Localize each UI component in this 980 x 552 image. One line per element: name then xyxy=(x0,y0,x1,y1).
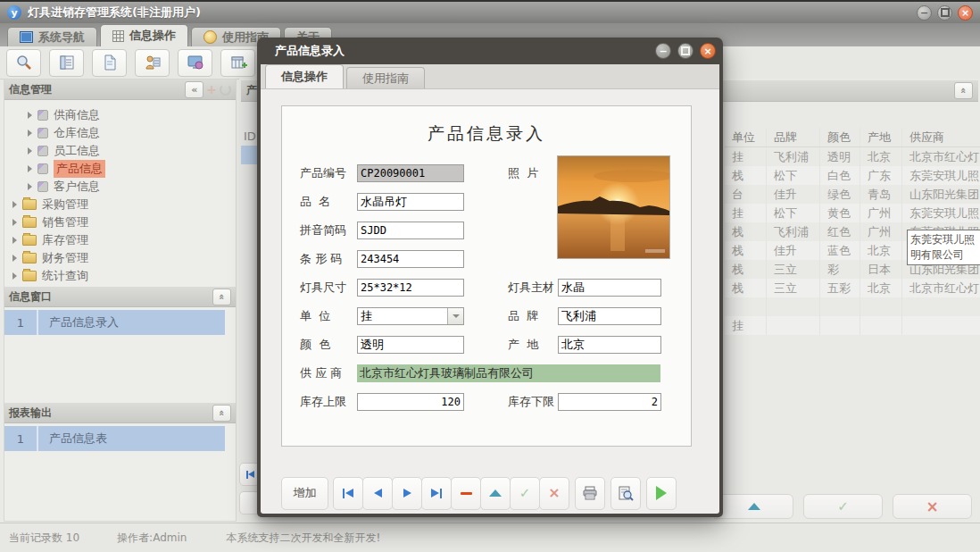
dialog-maximize-button[interactable] xyxy=(677,43,693,59)
supplier-field[interactable]: 北京市红心灯具玻璃制品有限公司 xyxy=(357,364,660,382)
tree-item-purchase-mgmt[interactable]: 采购管理 xyxy=(4,196,236,213)
expand-arrow-icon[interactable] xyxy=(12,219,17,226)
bottom-button-row: ✓ × xyxy=(714,494,972,519)
info-window-row[interactable]: 1 产品信息录入 xyxy=(4,310,225,335)
edit-record-button[interactable] xyxy=(480,477,511,510)
dialog-close-button[interactable]: × xyxy=(700,43,716,59)
report-output-panel-header: 报表输出 « xyxy=(4,403,236,423)
expand-arrow-icon[interactable] xyxy=(28,183,32,190)
maximize-button[interactable] xyxy=(937,5,952,21)
report-output-row[interactable]: 1 产品信息表 xyxy=(4,426,225,451)
tree-item-stats-query[interactable]: 统计查询 xyxy=(4,267,236,285)
size-field[interactable] xyxy=(357,279,464,297)
barcode-field[interactable] xyxy=(357,250,464,268)
table-row[interactable]: 台佳升绿色青岛山东阳光集团 xyxy=(725,185,980,204)
expand-arrow-icon[interactable] xyxy=(28,130,32,137)
table-row[interactable]: 挂松下黄色广州东莞安琪儿照 xyxy=(725,204,980,222)
dialog-minimize-button[interactable]: − xyxy=(655,43,671,59)
document-button[interactable] xyxy=(92,49,127,77)
material-field[interactable] xyxy=(558,279,661,297)
expand-arrow-icon[interactable] xyxy=(28,112,32,119)
table-row[interactable] xyxy=(725,297,980,316)
dialog-content: 产品信息录入 产品编号 照 片 xyxy=(261,89,719,514)
stock-max-label: 库存上限 xyxy=(300,394,357,410)
tree-label: 库存管理 xyxy=(42,232,88,248)
product-code-field[interactable] xyxy=(357,164,464,182)
table-add-button[interactable] xyxy=(220,49,255,77)
expand-arrow-icon[interactable] xyxy=(12,237,17,244)
tree-item-product-info[interactable]: 产品信息 xyxy=(4,160,236,178)
product-code-label: 产品编号 xyxy=(300,165,357,181)
search-button[interactable] xyxy=(6,49,41,77)
expand-arrow-icon[interactable] xyxy=(12,201,17,208)
collapse-up-button[interactable]: « xyxy=(212,405,231,422)
table-row[interactable]: 栈松下白色广东东莞安琪儿照 xyxy=(725,166,980,185)
delete-record-button[interactable] xyxy=(451,477,481,510)
confirm-button[interactable]: ✓ xyxy=(803,494,883,519)
expand-arrow-icon[interactable] xyxy=(12,272,17,280)
selected-row-highlight xyxy=(241,146,259,164)
prev-record-button[interactable] xyxy=(362,477,393,510)
close-button[interactable]: × xyxy=(958,5,973,21)
brand-field[interactable] xyxy=(558,307,661,325)
chevron-up-icon: « xyxy=(959,88,968,94)
tree-label: 采购管理 xyxy=(42,197,88,213)
tree-item-warehouse-info[interactable]: 仓库信息 xyxy=(4,124,236,142)
tab-system-nav[interactable]: 系统导航 xyxy=(7,27,97,46)
cancel-button[interactable]: × xyxy=(893,494,972,519)
tree-item-sales-mgmt[interactable]: 销售管理 xyxy=(4,213,236,231)
row-divider xyxy=(37,310,38,335)
tree-item-customer-info[interactable]: 客户信息 xyxy=(4,178,236,196)
tree-item-finance-mgmt[interactable]: 财务管理 xyxy=(4,249,236,267)
expand-arrow-icon[interactable] xyxy=(28,147,32,155)
minimize-button[interactable]: − xyxy=(917,5,932,21)
tree-item-stock-mgmt[interactable]: 库存管理 xyxy=(4,231,236,249)
confirm-record-button[interactable]: ✓ xyxy=(510,477,540,510)
tool-icon xyxy=(37,110,48,121)
staff-icon xyxy=(144,54,162,71)
sidebar: 信息管理 « + 供商信息 仓库信息 员工信息 产品信息 xyxy=(4,79,237,522)
last-record-button[interactable] xyxy=(421,477,452,510)
expand-arrow-icon[interactable] xyxy=(12,255,17,262)
add-record-button[interactable]: 增加 xyxy=(281,477,328,510)
print-preview-button[interactable] xyxy=(610,477,641,510)
product-photo[interactable] xyxy=(557,155,670,259)
dialog-tab-info-operation[interactable]: 信息操作 xyxy=(265,64,344,88)
supplier-label: 供 应 商 xyxy=(300,365,357,381)
monitor-button[interactable] xyxy=(178,49,212,77)
unit-select[interactable]: 挂 xyxy=(357,307,464,325)
id-column-header: ID xyxy=(244,130,257,143)
col-header-supplier: 供应商 xyxy=(901,128,980,146)
stock-max-field[interactable] xyxy=(357,393,464,411)
origin-field[interactable] xyxy=(558,336,661,354)
app-logo-icon: y xyxy=(7,5,21,20)
pinyin-field[interactable] xyxy=(357,222,464,239)
tree-item-employee-info[interactable]: 员工信息 xyxy=(4,142,236,160)
info-mgmt-tree: 供商信息 仓库信息 员工信息 产品信息 客户信息 采购管理 xyxy=(4,100,236,285)
list-button[interactable] xyxy=(49,49,84,77)
tab-info-operation[interactable]: 信息操作 xyxy=(100,24,188,46)
expand-arrow-icon[interactable] xyxy=(28,165,32,172)
dialog-titlebar[interactable]: 产品信息录入 − × xyxy=(261,38,719,64)
collapse-up-button[interactable]: « xyxy=(954,82,973,99)
stock-min-field[interactable] xyxy=(558,393,661,411)
dialog-tab-user-guide[interactable]: 使用指南 xyxy=(346,67,425,88)
cancel-record-button[interactable]: × xyxy=(539,477,569,510)
staff-button[interactable] xyxy=(135,49,170,77)
dropdown-button[interactable] xyxy=(447,308,463,324)
next-record-button[interactable] xyxy=(392,477,422,510)
move-up-button[interactable] xyxy=(714,494,793,519)
tree-item-supplier-info[interactable]: 供商信息 xyxy=(4,106,236,124)
collapse-up-button[interactable]: « xyxy=(212,289,231,305)
table-row[interactable]: 栈三立五彩北京北京市红心灯 xyxy=(725,279,980,297)
table-row[interactable]: 挂 xyxy=(725,316,980,335)
table-row[interactable]: 挂飞利浦透明北京北京市红心灯 xyxy=(725,147,980,166)
color-field[interactable] xyxy=(357,336,464,354)
first-record-button[interactable] xyxy=(333,477,363,510)
product-form: 产品信息录入 产品编号 照 片 xyxy=(281,105,692,447)
product-name-field[interactable] xyxy=(357,193,464,211)
print-button[interactable] xyxy=(575,477,605,510)
run-button[interactable] xyxy=(646,477,677,510)
collapse-left-button[interactable]: « xyxy=(185,81,203,98)
folder-icon xyxy=(22,217,37,228)
